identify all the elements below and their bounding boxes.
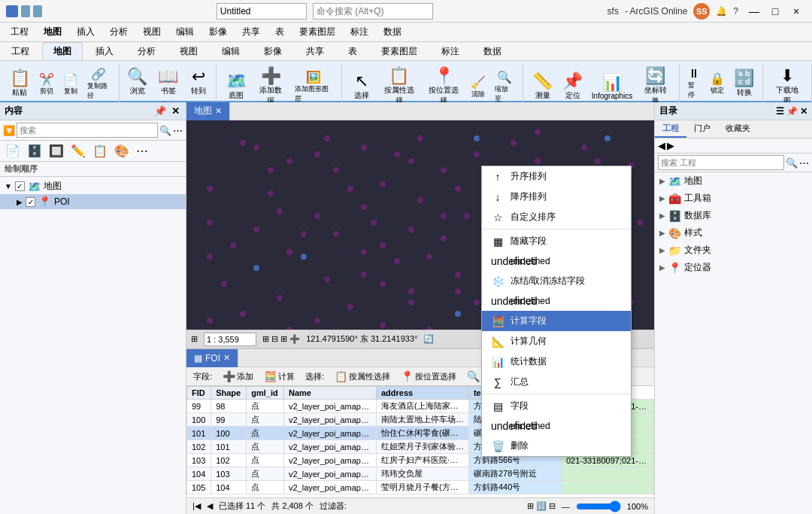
ctx-item-升序排列[interactable]: ↑升序排列 <box>482 166 631 187</box>
scale-input[interactable] <box>204 333 256 346</box>
ribbon-btn-暂停[interactable]: ⏸暂停 <box>685 65 704 102</box>
ctx-item-undefined[interactable]: undefinedundefined <box>482 251 631 271</box>
properties-icon[interactable]: 📋 <box>90 142 110 160</box>
catalog-search-input[interactable] <box>658 155 784 170</box>
menu-item-地图[interactable]: 地图 <box>36 24 69 40</box>
menu-item-视图[interactable]: 视图 <box>135 24 168 40</box>
catalog-tree-item-定位器[interactable]: ▶📍定位器 <box>655 259 812 276</box>
menu-item-标注[interactable]: 标注 <box>343 24 376 40</box>
catalog-pin-icon[interactable]: 📌 <box>786 106 798 117</box>
catalog-back-icon[interactable]: ◀ <box>658 140 665 151</box>
catalog-forward-icon[interactable]: ▶ <box>667 140 674 151</box>
map-tab-close-icon[interactable]: ✕ <box>215 106 222 116</box>
ribbon-tab-视图[interactable]: 视图 <box>168 42 209 60</box>
col-header-address[interactable]: address <box>376 387 468 400</box>
ctx-item-undefined[interactable]: undefinedundefined <box>482 416 631 436</box>
attr-toolbar-item-选择:[interactable]: 选择: <box>301 370 328 384</box>
ctx-item-汇总[interactable]: ∑汇总 <box>482 372 631 392</box>
contents-close-icon[interactable]: ✕ <box>170 105 181 117</box>
nav-first-icon[interactable]: |◀ <box>192 501 201 511</box>
catalog-tree-item-工具箱[interactable]: ▶🧰工具箱 <box>655 190 812 207</box>
catalog-tree-item-样式[interactable]: ▶🎨样式 <box>655 224 812 242</box>
ctx-item-删除[interactable]: 🗑️删除 <box>482 436 631 456</box>
menu-item-影像[interactable]: 影像 <box>201 24 235 40</box>
attr-toolbar-item-计算[interactable]: 🧮计算 <box>260 369 298 384</box>
catalog-close-icon[interactable]: ✕ <box>800 106 807 117</box>
ribbon-btn-添加图形图层[interactable]: 🖼️添加图形图层 <box>292 68 335 105</box>
catalog-filter-icon[interactable]: ⋯ <box>799 157 809 169</box>
attr-toolbar-item-字段:[interactable]: 字段: <box>189 370 216 384</box>
ribbon-btn-锁定[interactable]: 🔒锁定 <box>707 70 728 97</box>
ribbon-btn-粘贴[interactable]: 📋粘贴 <box>6 68 33 100</box>
ribbon-btn-定位[interactable]: 📌定位 <box>559 71 586 103</box>
catalog-tab-门户[interactable]: 门户 <box>686 120 718 138</box>
table-row-5[interactable]: 104103点v2_layer_poi_amap_pt...玮玮交负屋碾南路27… <box>187 467 654 481</box>
ribbon-tab-编辑[interactable]: 编辑 <box>211 42 251 60</box>
attr-toolbar-item-按属性选择[interactable]: 📋按属性选择 <box>331 369 394 384</box>
bell-icon[interactable]: 🔔 <box>716 6 727 17</box>
ribbon-btn-缩放至[interactable]: 🔍缩放至 <box>492 68 517 105</box>
ctx-item-自定义排序[interactable]: ☆自定义排序 <box>482 207 631 227</box>
ribbon-tab-数据[interactable]: 数据 <box>472 42 513 60</box>
zoom-slider[interactable] <box>576 500 621 512</box>
menu-item-分析[interactable]: 分析 <box>102 24 135 40</box>
layer-checkbox-地图[interactable]: ✓ <box>15 181 25 191</box>
menu-item-表[interactable]: 表 <box>268 24 292 40</box>
layer-item-地图[interactable]: ▼ ✓ 🗺️ 地图 <box>0 178 186 194</box>
ribbon-btn-Infographics[interactable]: 📊Infographics <box>589 72 635 102</box>
col-header-FID[interactable]: FID <box>187 387 211 400</box>
contents-search-input[interactable] <box>17 123 158 138</box>
more-icon[interactable]: ⋯ <box>173 125 183 136</box>
menu-item-工程[interactable]: 工程 <box>3 24 36 40</box>
ribbon-btn-转到[interactable]: ↩转到 <box>185 66 212 99</box>
ctx-item-随藏字段[interactable]: ▦随藏字段 <box>482 231 631 251</box>
ribbon-tab-表[interactable]: 表 <box>337 42 368 60</box>
ctx-item-冻结/取消冻结字段[interactable]: ❄️冻结/取消冻结字段 <box>482 271 631 291</box>
ribbon-btn-复制[interactable]: 📄复制 <box>60 71 81 98</box>
ctx-item-计算几何[interactable]: 📐计算几何 <box>482 331 631 351</box>
ribbon-btn-复制路径[interactable]: 🔗复制路径 <box>84 65 113 102</box>
ribbon-btn-底图[interactable]: 🗺️底图 <box>223 71 250 103</box>
attr-tab-foi[interactable]: ▦ FOI ✕ <box>186 349 238 367</box>
menu-item-共享[interactable]: 共享 <box>235 24 268 40</box>
maximize-button[interactable]: □ <box>765 3 785 20</box>
ribbon-btn-书签[interactable]: 📖书签 <box>154 66 182 99</box>
menu-item-编辑[interactable]: 编辑 <box>168 24 201 40</box>
ribbon-tab-工程[interactable]: 工程 <box>0 42 41 60</box>
menu-item-数据[interactable]: 数据 <box>376 24 409 40</box>
pin-icon[interactable]: 📌 <box>153 105 168 117</box>
filter-icon2[interactable]: 🔲 <box>47 142 66 160</box>
layer-checkbox-POI[interactable]: ✓ <box>26 197 35 207</box>
ctx-item-字段[interactable]: ▤字段 <box>482 396 631 416</box>
map-tab[interactable]: 地图 ✕ <box>186 102 230 120</box>
attr-tab-close-icon[interactable]: ✕ <box>223 353 230 363</box>
minimize-button[interactable]: — <box>744 3 764 20</box>
ribbon-tab-分析[interactable]: 分析 <box>126 42 167 60</box>
ribbon-btn-转换[interactable]: 🔡转换 <box>731 68 758 100</box>
ctx-item-计算字段[interactable]: 🧮计算字段 <box>482 311 631 331</box>
add-layer-icon[interactable]: 📄 <box>3 142 23 160</box>
command-search-input[interactable] <box>313 3 433 20</box>
table-row-6[interactable]: 105104点v2_layer_poi_amap_pt...莹明月烧月子餐(方斜… <box>187 481 654 494</box>
layer-expand-arrow-地图[interactable]: ▼ <box>5 182 12 190</box>
col-header-Shape[interactable]: Shape <box>211 387 247 400</box>
ctx-item-降序排列[interactable]: ↓降序排列 <box>482 187 631 207</box>
menu-item-插入[interactable]: 插入 <box>69 24 102 40</box>
nav-prev-icon[interactable]: ◀ <box>207 501 213 511</box>
map-view[interactable]: ↑升序排列↓降序排列☆自定义排序▦随藏字段undefinedundefined❄… <box>186 120 654 348</box>
ribbon-tab-共享[interactable]: 共享 <box>295 42 335 60</box>
layer-expand-arrow-POI[interactable]: ▶ <box>17 198 23 206</box>
filter-icon[interactable]: 🔽 <box>3 125 15 136</box>
symbology-icon[interactable]: 🎨 <box>112 142 132 160</box>
search-icon[interactable]: 🔍 <box>159 125 171 136</box>
ribbon-btn-选择[interactable]: ↖选择 <box>348 71 375 103</box>
ribbon-tab-标注[interactable]: 标注 <box>430 42 471 60</box>
group-icon[interactable]: 🗄️ <box>25 142 44 160</box>
catalog-tree-item-数据库[interactable]: ▶🗄️数据库 <box>655 207 812 224</box>
ribbon-btn-测量[interactable]: 📏测量 <box>529 71 556 103</box>
edit-icon[interactable]: ✏️ <box>68 142 88 160</box>
catalog-tree-item-地图[interactable]: ▶🗺️地图 <box>655 172 812 190</box>
catalog-tab-收藏夹[interactable]: 收藏夹 <box>718 120 758 138</box>
ribbon-btn-浏览[interactable]: 🔍浏览 <box>123 66 151 99</box>
ribbon-tab-地图[interactable]: 地图 <box>42 42 83 60</box>
